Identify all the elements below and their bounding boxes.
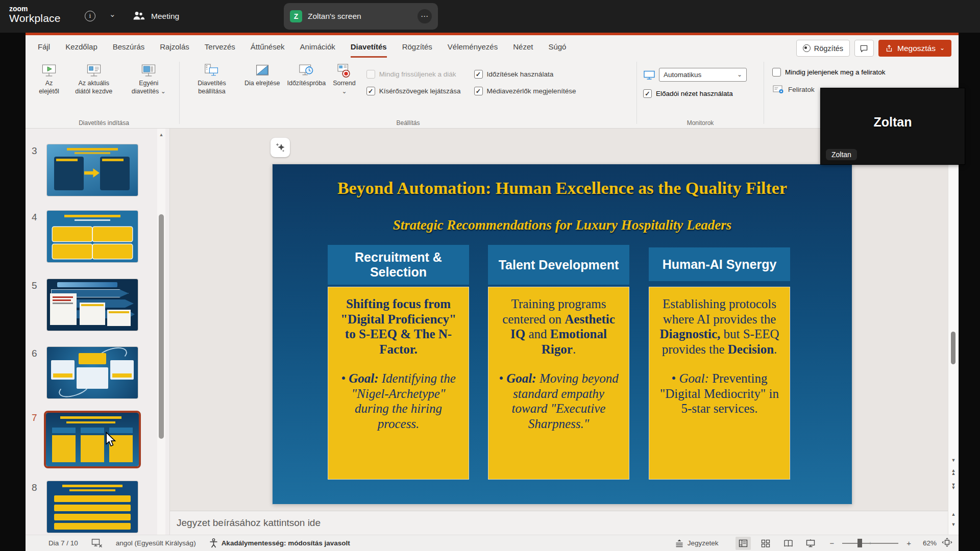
- share-avatar: Z: [290, 10, 302, 22]
- slideshow-view-button[interactable]: [803, 537, 818, 550]
- ribbon-tab-rajzolas[interactable]: Rajzolás: [160, 35, 189, 58]
- next-slide-button[interactable]: ▼▼: [948, 484, 959, 489]
- mouse-cursor: [105, 432, 117, 450]
- record-button[interactable]: Rögzítés: [796, 40, 850, 57]
- notes-toggle-button[interactable]: Jegyzetek: [675, 539, 719, 547]
- zoom-meeting-topbar: zoom Workplace i ⌄ Meeting Z Zoltan's sc…: [0, 0, 980, 33]
- ribbon-tab-nezet[interactable]: Nézet: [513, 35, 533, 58]
- zoom-slider[interactable]: +: [842, 543, 898, 544]
- slide-sorter-view-button[interactable]: [758, 537, 773, 550]
- ribbon-tab-tervezes[interactable]: Tervezés: [205, 35, 235, 58]
- setup-show-icon: [204, 63, 220, 78]
- shared-screen-tab[interactable]: Z Zoltan's screen ⋯: [284, 3, 438, 30]
- zoom-percentage[interactable]: 62%: [914, 539, 937, 547]
- slide-indicator: Dia 7 / 10: [48, 539, 78, 547]
- meeting-label[interactable]: Meeting: [151, 12, 179, 21]
- fit-slide-icon: [942, 538, 952, 547]
- monitor-dropdown[interactable]: Automatikus ⌄: [659, 68, 747, 82]
- ribbon-tab-fajl[interactable]: Fájl: [38, 35, 50, 58]
- chevron-down-icon: ⌄: [341, 89, 347, 93]
- slide-thumbnail-5[interactable]: [47, 279, 138, 331]
- window-action-buttons: Rögzítés Megosztás ⌄: [796, 40, 951, 57]
- rehearse-timings-button[interactable]: Időzítéspróba: [283, 62, 329, 89]
- slide-title[interactable]: Beyond Automation: Human Excellence as t…: [273, 179, 852, 198]
- slide-number-7: 7: [32, 412, 37, 423]
- zoom-workplace-app: zoom Workplace i ⌄ Meeting Z Zoltan's sc…: [0, 0, 980, 551]
- share-tab-options-icon[interactable]: ⋯: [418, 9, 432, 23]
- rehearse-clock-icon: [298, 63, 314, 78]
- main-slide[interactable]: Beyond Automation: Human Excellence as t…: [273, 164, 852, 504]
- powerpoint-window: Fájl Kezdőlap Beszúrás Rajzolás Tervezés…: [26, 33, 959, 551]
- checkbox-keep-slides-updated[interactable]: Mindig frissüljenek a diák: [366, 70, 461, 79]
- custom-slideshow-button[interactable]: Egyéni diavetítés ⌄: [121, 62, 176, 96]
- group-start-slideshow: Az elejétől Az aktuális diától kezdve Eg…: [29, 58, 179, 128]
- from-beginning-button[interactable]: Az elejétől: [32, 62, 66, 96]
- slide-thumbnail-7-selected[interactable]: [44, 411, 141, 468]
- canvas-scrollbar-thumb[interactable]: [951, 332, 955, 364]
- group-setup: Diavetítés beállítása Dia elrejtése Időz…: [180, 58, 636, 128]
- record-slideshow-icon: [336, 63, 352, 78]
- slide-thumbnail-3[interactable]: [47, 144, 138, 196]
- share-button[interactable]: Megosztás ⌄: [878, 40, 951, 57]
- language-indicator[interactable]: angol (Egyesült Királyság): [116, 539, 196, 547]
- column-body-synergy[interactable]: Establishing protocols where AI provides…: [649, 287, 790, 480]
- fit-to-window-button[interactable]: [942, 538, 952, 548]
- chevron-down-icon[interactable]: ⌄: [109, 10, 116, 19]
- workspace: 3 4: [26, 129, 959, 535]
- ribbon-tab-animaciok[interactable]: Animációk: [300, 35, 335, 58]
- scroll-down-icon[interactable]: ▼: [948, 458, 959, 463]
- column-header-synergy[interactable]: Human-AI Synergy: [649, 247, 790, 281]
- slide-thumbnail-8[interactable]: [47, 481, 138, 533]
- checkbox-always-show-captions[interactable]: Mindig jelenjenek meg a feliratok: [772, 68, 886, 77]
- column-body-talent[interactable]: Training programs centered on Aesthetic …: [488, 287, 629, 480]
- notes-pane[interactable]: Jegyzet beírásához kattintson ide: [170, 511, 948, 535]
- checkbox-use-timings[interactable]: ✓ Időzítések használata: [474, 70, 576, 79]
- grid-view-icon: [761, 539, 770, 547]
- zoom-out-button[interactable]: −: [826, 539, 837, 547]
- accessibility-status[interactable]: Akadálymentesség: módosítás javasolt: [209, 538, 350, 548]
- checkbox-show-media-controls[interactable]: ✓ Médiavezérlők megjelenítése: [474, 87, 576, 95]
- normal-view-button[interactable]: [736, 537, 751, 550]
- presenter-display-off-icon[interactable]: [91, 538, 103, 548]
- ribbon-tab-rogzites[interactable]: Rögzítés: [402, 35, 432, 58]
- record-slideshow-button[interactable]: Sorrend ⌄: [329, 62, 359, 94]
- slide-number-4: 4: [32, 212, 37, 223]
- notes-scroll-down-icon[interactable]: ▼: [948, 522, 959, 527]
- scroll-up-icon[interactable]: ▲: [157, 133, 165, 137]
- participant-video-tile[interactable]: Zoltan Zoltan: [821, 88, 965, 164]
- zoom-in-button[interactable]: +: [903, 539, 914, 547]
- checkbox-play-narrations[interactable]: ✓ Kísérőszövegek lejátszása: [366, 87, 461, 95]
- ribbon-tab-sugo[interactable]: Súgó: [548, 35, 566, 58]
- slide-thumbnail-4[interactable]: [47, 211, 138, 262]
- previous-slide-button[interactable]: ▲▲: [948, 469, 959, 475]
- setup-checkboxes: Mindig frissüljenek a diák ✓ Időzítések …: [366, 70, 576, 95]
- canvas-scrollbar[interactable]: ▼ ▲▲ ▼▼ ▲ ▼: [948, 129, 959, 535]
- notes-scroll-up-icon[interactable]: ▲: [948, 512, 959, 517]
- column-body-recruitment[interactable]: Shifting focus from "Digital Proficiency…: [328, 287, 469, 480]
- status-bar-right: Jegyzetek − + +: [675, 537, 952, 550]
- slide-thumbnail-6[interactable]: [47, 347, 138, 398]
- reading-view-button[interactable]: [780, 537, 796, 550]
- ribbon-tab-velemenyezes[interactable]: Véleményezés: [448, 35, 498, 58]
- ribbon-tab-beszuras[interactable]: Beszúrás: [113, 35, 145, 58]
- ribbon-tab-diavetites[interactable]: Diavetítés: [351, 35, 387, 58]
- hide-slide-button[interactable]: Dia elrejtése: [241, 62, 283, 89]
- thumbnail-scrollbar-thumb[interactable]: [159, 214, 164, 439]
- ribbon-tab-attunesek[interactable]: Áttűnések: [251, 35, 285, 58]
- designer-button[interactable]: [271, 138, 290, 157]
- ribbon-tab-kezdolap[interactable]: Kezdőlap: [65, 35, 97, 58]
- info-icon[interactable]: i: [85, 11, 95, 21]
- checkbox-presenter-view[interactable]: ✓ Előadói nézet használata: [643, 89, 747, 98]
- group-label-monitors: Monitorok: [637, 119, 764, 127]
- thumbnail-scrollbar[interactable]: ▲: [157, 129, 165, 535]
- zoom-slider-thumb[interactable]: [857, 539, 862, 547]
- slide-number-6: 6: [32, 348, 37, 359]
- column-header-talent[interactable]: Talent Development: [488, 245, 629, 285]
- notes-placeholder: Jegyzet beírásához kattintson ide: [177, 517, 321, 529]
- slide-screen-icon: [86, 63, 102, 78]
- slide-subtitle[interactable]: Strategic Recommendations for Luxury Hos…: [273, 217, 852, 233]
- column-header-recruitment[interactable]: Recruitment & Selection: [328, 245, 469, 285]
- setup-slideshow-button[interactable]: Diavetítés beállítása: [183, 62, 241, 96]
- from-current-slide-button[interactable]: Az aktuális diától kezdve: [66, 62, 121, 96]
- comments-button[interactable]: [854, 40, 874, 57]
